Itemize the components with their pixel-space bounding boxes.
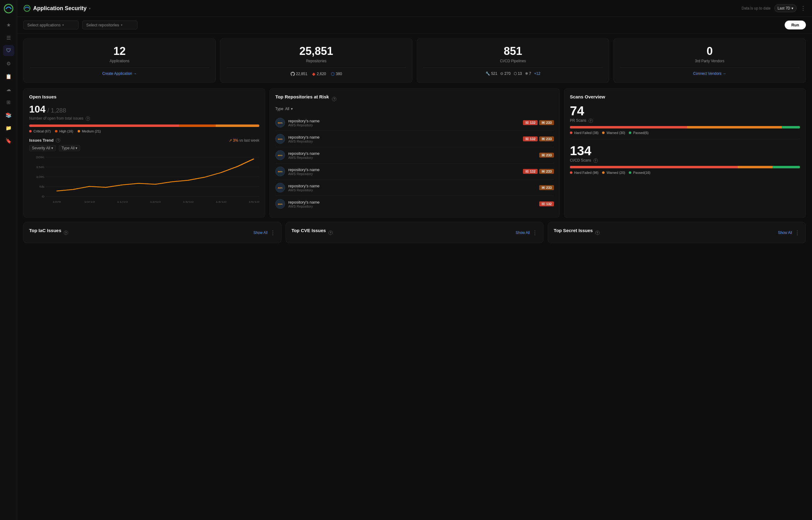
- cicd-passed: Passed(16): [629, 171, 650, 175]
- repo-sub: AWS Repository: [288, 123, 520, 127]
- repo-info: repository's name AWS Repository: [288, 135, 520, 143]
- sidebar-item-star[interactable]: ★: [3, 19, 14, 30]
- repo-list: aws repository's name AWS Repository C13…: [275, 115, 554, 212]
- title-chevron[interactable]: ▾: [89, 7, 91, 10]
- aws-avatar: aws: [275, 183, 285, 192]
- pr-scans-help[interactable]: ?: [589, 119, 593, 123]
- repo-badges: C132 H233: [523, 169, 554, 174]
- trend-title-text: Issues Trend ?: [29, 138, 60, 142]
- stat-card-repositories: 25,851 Repositories 22,851 ◆ 2,620 ⬡ 380: [220, 38, 413, 83]
- svg-text:15K: 15K: [35, 165, 45, 168]
- middle-row: Open Issues 104 / 1,288 Number of open f…: [23, 88, 806, 218]
- cicd-scans-legend: Hard Failed (98) Warned (20) Passed(16): [570, 171, 800, 175]
- cicd-scans-count: 134: [570, 144, 800, 158]
- trend-chart: 20K 15K 10K 5k 0 10/9 10/10 11/10 12/10 …: [29, 154, 259, 203]
- sidebar-item-settings[interactable]: ⚙: [3, 58, 14, 69]
- cve-show-all[interactable]: Show All: [516, 231, 530, 235]
- iac-show-all[interactable]: Show All: [253, 231, 268, 235]
- severity-filter[interactable]: Severity All ▾: [29, 145, 56, 151]
- svg-text:0: 0: [42, 195, 45, 198]
- repo-sub: AWS Repository: [288, 156, 536, 159]
- cve-kebab[interactable]: ⋮: [532, 229, 538, 236]
- repo-filter-chevron[interactable]: ▾: [291, 107, 293, 111]
- secret-header: Top Secret Issues ? Show All ⋮: [553, 228, 800, 237]
- repo-badges: H233: [539, 185, 554, 190]
- stat-card-cicd: 851 CI/CD Pipelines 🔧 521 ⊙ 270 ⬡ 13 ❄ 7…: [417, 38, 609, 83]
- cve-issues-panel: Top CVE Issues ? Show All ⋮: [286, 222, 544, 243]
- pr-scans-bar: [570, 126, 800, 128]
- iac-kebab[interactable]: ⋮: [270, 229, 276, 236]
- stat-card-vendors: 0 3rd Party Vendors Connect Vendors →: [613, 38, 806, 83]
- sidebar-item-cloud[interactable]: ☁: [3, 84, 14, 95]
- repo-sub: AWS Repository: [288, 188, 536, 192]
- trend-header: Issues Trend ? ↗ 3% vs last week: [29, 138, 259, 142]
- create-app-link[interactable]: Create Application →: [30, 72, 209, 76]
- high-badge: H233: [539, 136, 554, 141]
- severity-bar: [29, 125, 259, 127]
- pr-scans-legend: Hard Failed (38) Warned (30) Passed(6): [570, 131, 800, 135]
- sidebar-item-list[interactable]: ☰: [3, 32, 14, 43]
- sidebar-item-grid[interactable]: ⊞: [3, 97, 14, 108]
- vendors-count: 0: [620, 45, 799, 58]
- medium-legend: Medium (21): [78, 129, 101, 133]
- cicd-scans-help[interactable]: ?: [593, 158, 598, 163]
- high-bar: [179, 125, 216, 127]
- run-button[interactable]: Run: [785, 21, 806, 29]
- sidebar-item-folder[interactable]: 📁: [3, 122, 14, 133]
- repo-badges: C132 H233: [523, 136, 554, 141]
- svg-text:15/10: 15/10: [248, 201, 259, 203]
- sidebar-item-clipboard[interactable]: 📋: [3, 71, 14, 82]
- apps-select[interactable]: Select applications ▾: [23, 21, 78, 29]
- iac-header: Top IaC Issues ? Show All ⋮: [29, 228, 276, 237]
- top-repos-help-icon[interactable]: ?: [332, 97, 336, 101]
- cicd-hard-failed: Hard Failed (98): [570, 171, 599, 175]
- sidebar: ★ ☰ 🛡 ⚙ 📋 ☁ ⊞ 📚 📁 🔖: [0, 0, 17, 520]
- repo-item: aws repository's name AWS Repository C13…: [275, 196, 554, 212]
- type-filter[interactable]: Type All ▾: [59, 145, 80, 151]
- kebab-menu[interactable]: ⋮: [800, 5, 806, 12]
- repo-item: aws repository's name AWS Repository C13…: [275, 115, 554, 131]
- sidebar-item-shield[interactable]: 🛡: [3, 45, 14, 56]
- repo-label: Repositories: [226, 59, 406, 63]
- trend-help-icon[interactable]: ?: [56, 138, 60, 142]
- critical-bar: [29, 125, 179, 127]
- repo-info: repository's name AWS Repository: [288, 119, 520, 127]
- top-repos-panel: Top Repositories at Risk ? Type All ▾ aw…: [269, 88, 560, 218]
- secret-help-icon[interactable]: ?: [595, 231, 600, 235]
- cicd-scans-bar: [570, 166, 800, 168]
- repos-select[interactable]: Select repositories ▾: [82, 21, 138, 29]
- cicd-warned: Warned (20): [602, 171, 625, 175]
- repo-badges: C132 H233: [523, 120, 554, 125]
- app-icon: [23, 5, 31, 12]
- issues-help-icon[interactable]: ?: [85, 116, 90, 121]
- bitbucket-count: ⬡ 380: [331, 72, 342, 76]
- aws-avatar: aws: [275, 199, 285, 209]
- iac-help-icon[interactable]: ?: [64, 231, 68, 235]
- sidebar-item-tag[interactable]: 🔖: [3, 135, 14, 146]
- repo-name: repository's name: [288, 119, 520, 123]
- time-select[interactable]: Last 7D ▾: [774, 4, 797, 12]
- sidebar-item-stack[interactable]: 📚: [3, 109, 14, 121]
- secret-kebab[interactable]: ⋮: [794, 229, 800, 236]
- high-badge: H233: [539, 169, 554, 174]
- apps-chevron: ▾: [62, 23, 64, 27]
- svg-text:13/10: 13/10: [182, 201, 194, 203]
- aws-avatar: aws: [275, 118, 285, 128]
- high-legend: High (16): [55, 129, 73, 133]
- repos-chevron: ▾: [121, 23, 122, 27]
- svg-text:10/9: 10/9: [52, 201, 61, 203]
- cicd-label: CI/CD Pipelines: [423, 59, 603, 63]
- repo-info: repository's name AWS Repository: [288, 151, 536, 159]
- connect-vendors-link[interactable]: Connect Vendors →: [620, 72, 799, 76]
- repo-item: aws repository's name AWS Repository C13…: [275, 163, 554, 180]
- svg-point-0: [4, 4, 13, 13]
- repo-name: repository's name: [288, 200, 536, 205]
- pr-warned: Warned (30): [602, 131, 625, 135]
- open-count: 104: [29, 104, 45, 115]
- repo-name: repository's name: [288, 135, 520, 139]
- cve-help-icon[interactable]: ?: [328, 231, 333, 235]
- svg-text:20K: 20K: [35, 156, 45, 159]
- secret-show-all[interactable]: Show All: [778, 231, 792, 235]
- data-status: Data is up to date: [742, 6, 770, 10]
- cicd-item-2: ⊙ 270: [500, 72, 510, 76]
